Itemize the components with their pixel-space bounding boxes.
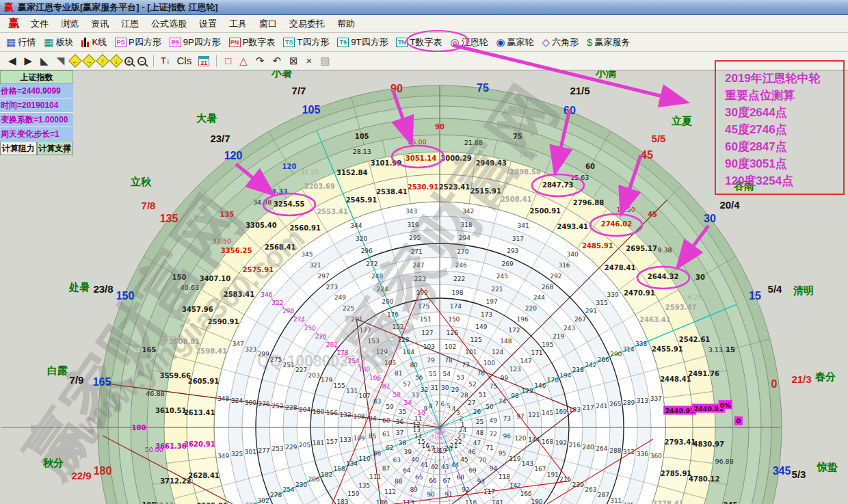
annotation-line-6: 120度3254点	[725, 172, 843, 189]
toolbar-button-quotes[interactable]: ▦行情	[3, 35, 39, 50]
wheel-label-大暑: 大暑	[196, 112, 217, 125]
winner-wheel-icon: ◉	[496, 37, 505, 47]
menu-浏览[interactable]: 浏览	[55, 16, 85, 32]
wheel-label-5/3: 5/3	[792, 468, 806, 480]
wheel-label-15: 15	[749, 290, 761, 302]
toolbar-button-p-number-table[interactable]: PNP数字表	[226, 35, 279, 50]
wheel-label-45: 45	[641, 149, 653, 161]
toolbar-button-winner-wheel[interactable]: ◉赢家轮	[492, 35, 537, 50]
menu-items: 文件浏览资讯江恩公式选股设置工具窗口交易委托帮助	[25, 16, 361, 32]
menu-窗口[interactable]: 窗口	[253, 16, 283, 32]
wheel-label-23/8: 23/8	[93, 283, 113, 295]
menu-交易委托[interactable]: 交易委托	[283, 16, 331, 32]
menu-资讯[interactable]: 资讯	[85, 16, 115, 32]
corner-up-button[interactable]: ◣	[36, 54, 53, 68]
t-number-table-icon: TN	[396, 38, 408, 47]
toolbar-button-t-square[interactable]: TST四方形	[280, 35, 332, 50]
toolbar-button-kline[interactable]: K线	[78, 35, 110, 50]
move-left-button[interactable]: ←	[68, 54, 82, 68]
toolbar-label-hexagon: 六角形	[552, 36, 579, 49]
panel-row-0: 价格=2440.9099	[0, 84, 73, 98]
annotation-line-0: 2019年江恩轮中轮	[725, 70, 843, 87]
gann-wheel-icon: ◎	[450, 37, 459, 47]
toolbar-label-winner-wheel: 赢家轮	[507, 36, 534, 49]
rotate-ccw-button[interactable]: ↶	[268, 54, 285, 68]
menu-bar: 赢 文件浏览资讯江恩公式选股设置工具窗口交易委托帮助	[0, 15, 848, 33]
p-number-table-icon: PN	[229, 38, 241, 47]
flag-button[interactable]: ▨	[316, 54, 334, 68]
corner-down-button[interactable]: ◥	[53, 54, 69, 68]
wheel-label-150: 150	[116, 290, 135, 302]
move-up-button[interactable]: ↑	[96, 54, 109, 68]
move-right-button[interactable]: →	[82, 54, 96, 68]
toolbar-label-kline: K线	[92, 36, 107, 49]
calendar-button[interactable]: 21	[198, 56, 209, 66]
page-prev-button[interactable]: ◀	[4, 54, 21, 68]
wheel-label-小暑: 小暑	[271, 70, 292, 80]
toolbar-button-9p-square[interactable]: P99P四方形	[166, 35, 224, 50]
window-title: 赢家江恩专业版[赢家服务平台] - [上证指数 江恩轮]	[18, 1, 217, 14]
panel-row-3: 周天变化步长=1	[0, 127, 73, 142]
move-down-button[interactable]: ↓	[109, 54, 123, 68]
wheel-label-7/7: 7/7	[292, 85, 306, 96]
app-logo-icon: 赢	[3, 16, 25, 31]
wheel-label-105: 105	[302, 104, 321, 116]
wheel-label-135: 135	[160, 213, 178, 225]
toolbar-label-quotes: 行情	[18, 36, 36, 49]
cross-arrows-button[interactable]: ×	[302, 54, 317, 68]
toolbar-label-9p-square: 9P四方形	[183, 36, 221, 49]
zoom-out-button[interactable]: −	[137, 57, 146, 66]
panel-row-2: 变换系数=1.00000	[0, 113, 73, 127]
calc-resistance-button[interactable]: 计算阻力	[0, 142, 37, 155]
menu-江恩[interactable]: 江恩	[115, 16, 145, 32]
annotation-line-4: 60度2847点	[725, 138, 843, 155]
triangle-tool-button[interactable]: △	[235, 54, 252, 68]
wheel-label-30: 30	[704, 213, 716, 225]
boxed-x-button[interactable]: ⊠	[285, 54, 302, 68]
wheel-label-7/8: 7/8	[142, 200, 156, 211]
rect-tool-button[interactable]: □	[221, 54, 235, 68]
wheel-label-秋分: 秋分	[43, 457, 64, 470]
time-axis-button[interactable]: T↓	[158, 56, 172, 66]
toolbar-button-t-number-table[interactable]: TNT数字表	[393, 35, 445, 50]
page-next-button[interactable]: ▶	[21, 54, 37, 68]
wheel-label-75: 75	[477, 82, 489, 94]
toolbar-button-gann-wheel[interactable]: ◎江恩轮	[447, 35, 491, 50]
menu-文件[interactable]: 文件	[25, 16, 55, 32]
zoom-in-button[interactable]: +	[124, 57, 133, 66]
menu-工具[interactable]: 工具	[223, 16, 253, 32]
wheel-label-21/3: 21/3	[791, 373, 811, 385]
wheel-label-5/4: 5/4	[768, 283, 782, 295]
p-square-icon: PS	[115, 38, 127, 47]
menu-帮助[interactable]: 帮助	[331, 16, 361, 32]
wheel-label-21/5: 21/5	[570, 85, 589, 96]
menu-设置[interactable]: 设置	[193, 16, 223, 32]
cls-button[interactable]: Cls	[173, 54, 196, 68]
wheel-label-清明: 清明	[793, 284, 814, 297]
panel-row-1: 时间=20190104	[0, 98, 73, 113]
winner-service-icon: $	[587, 37, 592, 47]
toolbar-label-sectors: 板块	[55, 36, 73, 49]
toolbar-button-hexagon[interactable]: ◇六角形	[539, 35, 583, 50]
wheel-label-120: 120	[224, 150, 243, 162]
calc-support-button[interactable]: 计算支撑	[37, 142, 74, 155]
toolbar-label-t-number-table: T数字表	[410, 36, 442, 49]
toolbar-button-9t-square[interactable]: T99T四方形	[334, 35, 391, 50]
menu-公式选股[interactable]: 公式选股	[145, 16, 193, 32]
annotation-line-2: 30度2644点	[725, 104, 843, 121]
hexagon-icon: ◇	[542, 37, 551, 47]
wheel-label-立夏: 立夏	[672, 115, 692, 128]
annotation-line-3: 45度2746点	[725, 121, 843, 138]
toolbar-label-gann-wheel: 江恩轮	[461, 36, 488, 49]
rotate-cw-button[interactable]: ↷	[252, 54, 269, 68]
toolbar-button-p-square[interactable]: PSP四方形	[111, 35, 165, 50]
toolbar-button-winner-service[interactable]: $赢家服务	[583, 35, 633, 50]
9p-square-icon: P9	[170, 38, 181, 47]
toolbar-label-p-square: P四方形	[129, 36, 161, 49]
wheel-label-立秋: 立秋	[131, 176, 151, 189]
wheel-label-60: 60	[564, 105, 576, 117]
toolbar-button-sectors[interactable]: ▦板块	[40, 35, 77, 50]
toolbar-label-9t-square: 9T四方形	[351, 36, 388, 49]
wheel-label-7/9: 7/9	[70, 374, 84, 386]
toolbar-label-t-square: T四方形	[297, 36, 329, 49]
